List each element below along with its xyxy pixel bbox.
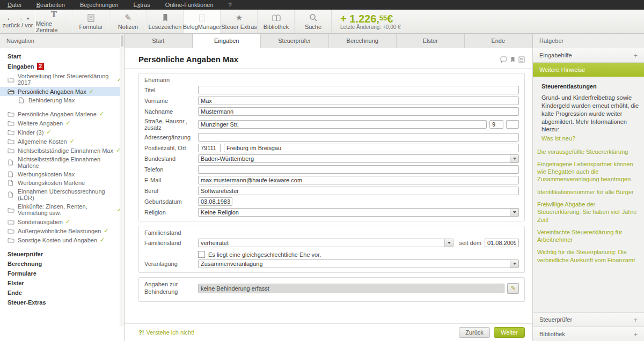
seit-dem-input[interactable] — [485, 239, 519, 247]
steuer-extras-button[interactable]: ★ Steuer Extras — [221, 10, 258, 33]
sidebar-item-allgemeine-kosten[interactable]: Allgemeine Kosten ✓ — [0, 137, 124, 146]
sidebar-scrollbar-thumb[interactable] — [121, 35, 123, 47]
bookmark-icon[interactable] — [510, 56, 515, 63]
sidebar-item-sonderausgaben[interactable]: Sonderausgaben ✓ — [0, 217, 124, 226]
document-icon — [8, 180, 16, 186]
sidebar-scrollbar[interactable] — [120, 34, 124, 327]
sidebar-item-eingaben[interactable]: Eingaben2 — [0, 61, 124, 72]
notizen-icon: ✎ — [125, 13, 131, 23]
lesezeichen-button[interactable]: Lesezeichen — [147, 10, 184, 33]
sidebar-item-aussergewoehnliche-belastungen[interactable]: Außergewöhnliche Belastungen ✓ — [0, 226, 124, 235]
folder-icon — [8, 228, 16, 234]
telefon-input[interactable] — [198, 165, 519, 174]
history-nav[interactable]: ← → zurück / vor — [0, 10, 35, 33]
accordion-eingabehilfe[interactable]: Eingabehilfe + — [533, 48, 644, 63]
nachname-input[interactable] — [198, 107, 519, 116]
tab-steuerpruefer[interactable]: Steuerprüfer — [261, 34, 329, 48]
sidebar-item-kinder[interactable]: Kinder (3) ✓ — [0, 128, 124, 137]
hausnr-zusatz-input[interactable] — [506, 120, 519, 129]
sidebar-item-steuerpruefer[interactable]: Steuerprüfer — [0, 249, 124, 259]
belegmanager-icon — [198, 13, 206, 23]
was-ist-neu-link[interactable]: Was ist neu? — [541, 135, 639, 142]
menu-help[interactable]: ? — [221, 2, 239, 8]
accordion-weitere-hinweise[interactable]: Weitere Hinweise − — [533, 63, 644, 77]
back-icon[interactable]: ← — [6, 14, 14, 21]
menu-datei[interactable]: Datei — [0, 2, 29, 8]
sidebar-item-persoenliche-angaben-max[interactable]: Persönliche Angaben Max ✓ — [0, 87, 124, 96]
religion-select[interactable]: Keine Religion — [198, 208, 519, 217]
navigation-header: Navigation — [0, 34, 124, 48]
hinweis-link[interactable]: Identifikationsnummer für alle Bürger — [537, 188, 639, 196]
belegmanager-button[interactable]: BelegManager — [184, 10, 221, 33]
vorname-input[interactable] — [198, 97, 519, 105]
sidebar-item-weitere-angaben[interactable]: Weitere Angaben ✓ — [0, 118, 124, 128]
edit-behinderung-button[interactable]: ✎ — [507, 283, 519, 294]
menu-bearbeiten[interactable]: Bearbeiten — [29, 2, 72, 8]
sidebar-item-berechnung[interactable]: Berechnung — [0, 259, 124, 269]
hinweis-link[interactable]: Vereinfachte Steuererklärung für Arbeitn… — [537, 228, 639, 244]
refund-balance: + 1.226,55€ Letzte Änderung: +0,00 € — [340, 10, 401, 33]
check-icon: ✓ — [99, 110, 104, 117]
verstehe-ich-nicht-link[interactable]: ?!Verstehe ich nicht! — [138, 329, 194, 336]
list-icon[interactable] — [518, 56, 525, 63]
hinweis-link[interactable]: Freiwillige Abgabe der Steuererklärung: … — [537, 201, 639, 224]
sidebar-item-ende[interactable]: Ende — [0, 288, 124, 298]
familienstand-select[interactable]: verheiratet — [198, 239, 453, 247]
ort-input[interactable] — [224, 144, 519, 152]
sidebar-item-werbungskosten-max[interactable]: Werbungskosten Max — [0, 170, 124, 179]
adressergaenzung-label: Adressergänzung — [144, 134, 198, 140]
sidebar-item-werbungskosten-marlene[interactable]: Werbungskosten Marlene — [0, 179, 124, 187]
history-caret-icon[interactable] — [26, 18, 30, 20]
sidebar-item-nichtselbststaendige-einnahmen-max[interactable]: Nichtselbstständige Einnahmen Max ✓ — [0, 146, 124, 155]
tab-eingaben[interactable]: Eingaben — [193, 34, 261, 48]
strasse-input[interactable] — [198, 120, 487, 129]
accordion-bibliothek[interactable]: Bibliothek + — [533, 327, 644, 341]
suche-button[interactable]: Suche — [295, 10, 332, 33]
sidebar-item-sonstige-kosten[interactable]: Sonstige Kosten und Angaben ✓ — [0, 235, 124, 244]
notizen-button[interactable]: ✎ Notizen — [109, 10, 147, 33]
sidebar-item-euer[interactable]: Einnahmen Überschussrechnung (EÜR) — [0, 187, 124, 202]
bibliothek-button[interactable]: Bibliothek — [258, 10, 295, 33]
geburtsdatum-input[interactable] — [198, 197, 232, 206]
sidebar-item-vorbereitung[interactable]: Vorbereitung Ihrer Steuererklärung 2017 … — [0, 72, 124, 87]
menu-berechnungen[interactable]: Berechnungen — [72, 2, 126, 8]
sidebar-item-einkuenfte[interactable]: Einkünfte: Zinsen, Renten, Vermietung us… — [0, 202, 124, 217]
check-icon: ✓ — [104, 227, 108, 234]
check-icon: ✓ — [70, 138, 75, 145]
note-icon[interactable] — [500, 56, 507, 63]
tab-berechnung[interactable]: Berechnung — [329, 34, 397, 48]
hausnr-input[interactable] — [489, 120, 503, 129]
formular-button[interactable]: Formular — [72, 10, 109, 33]
gleichgeschlechtliche-ehe-checkbox[interactable] — [198, 251, 205, 258]
sidebar-item-steuer-extras[interactable]: Steuer-Extras — [0, 298, 124, 307]
sidebar-item-behinderung-max[interactable]: Behinderung Max — [0, 96, 124, 105]
hinweis-link[interactable]: Die vorausgefüllte Steuererklärung — [537, 148, 639, 155]
zurueck-button[interactable]: Zurück — [459, 327, 490, 338]
sidebar-item-start[interactable]: Start — [0, 51, 124, 61]
geburtsdatum-label: Geburtsdatum — [144, 198, 198, 205]
tab-ende[interactable]: Ende — [465, 34, 533, 48]
plz-input[interactable] — [198, 144, 221, 152]
sidebar-item-nichtselbststaendige-einnahmen-marlene[interactable]: Nichtselbstständige Einnahmen Marlene — [0, 155, 124, 170]
menubar: Datei Bearbeiten Berechnungen Extras Onl… — [0, 0, 644, 10]
beruf-input[interactable] — [198, 187, 519, 195]
email-input[interactable] — [198, 176, 519, 184]
hinweis-link[interactable]: Eingetragene Lebenspartner können wie Eh… — [537, 160, 639, 183]
tab-start[interactable]: Start — [125, 34, 193, 48]
tab-elster[interactable]: Elster — [397, 34, 465, 48]
hinweis-link[interactable]: Wichtig für die Steuerplanung: Die verbi… — [537, 248, 639, 264]
pencil-icon: ✎ — [510, 285, 515, 292]
menu-extras[interactable]: Extras — [126, 2, 158, 8]
menu-online-funktionen[interactable]: Online-Funktionen — [158, 2, 221, 8]
meine-zentrale-button[interactable]: T Meine Zentrale — [35, 10, 72, 33]
titel-input[interactable] — [198, 86, 519, 94]
accordion-steuerpruefer[interactable]: Steuerprüfer + — [533, 312, 644, 327]
sidebar-item-formulare[interactable]: Formulare — [0, 269, 124, 278]
weiter-button[interactable]: Weiter — [494, 327, 525, 338]
forward-icon[interactable]: → — [16, 14, 24, 21]
veranlagung-select[interactable]: Zusammenveranlagung — [198, 260, 519, 268]
sidebar-item-elster[interactable]: Elster — [0, 278, 124, 288]
bundesland-select[interactable]: Baden-Württemberg — [198, 154, 519, 163]
sidebar-item-persoenliche-angaben-marlene[interactable]: Persönliche Angaben Marlene ✓ — [0, 109, 124, 118]
adressergaenzung-input[interactable] — [198, 133, 519, 142]
